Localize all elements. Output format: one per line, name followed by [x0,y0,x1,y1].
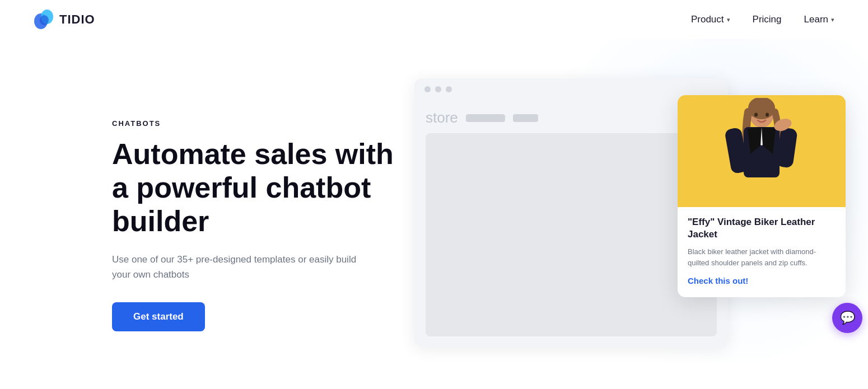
nav-pricing[interactable]: Pricing [753,14,782,25]
store-image-placeholder [426,133,717,336]
chat-card: "Effy" Vintage Biker Leather Jacket Blac… [678,95,846,297]
browser-dot-3 [446,86,452,92]
store-bar-1 [466,114,505,122]
logo[interactable]: TIDIO [34,9,95,30]
store-header-row: store [426,109,717,126]
tidio-logo-icon [34,9,55,30]
nav-menu: Product ▾ Pricing Learn ▾ [691,14,834,25]
store-label: store [426,109,458,126]
hero-content: CHATBOTS Automate sales with a powerful … [112,119,403,331]
svg-point-12 [754,113,758,117]
nav-product[interactable]: Product ▾ [691,14,730,25]
hero-illustration: store [403,62,834,389]
nav-learn[interactable]: Learn ▾ [804,14,834,25]
get-started-button[interactable]: Get started [112,302,205,331]
check-this-out-link[interactable]: Check this out! [688,276,748,285]
navigation: TIDIO Product ▾ Pricing Learn ▾ [0,0,868,39]
browser-dot-1 [424,86,431,92]
logo-text: TIDIO [59,12,95,27]
svg-point-13 [766,113,769,117]
chat-card-body: "Effy" Vintage Biker Leather Jacket Blac… [678,207,846,297]
hero-section: CHATBOTS Automate sales with a powerful … [0,39,868,389]
hero-subtitle: Use one of our 35+ pre-designed template… [112,252,358,282]
product-chevron-icon: ▾ [727,16,730,24]
store-bar-2 [513,114,538,122]
hero-title: Automate sales with a powerful chatbot b… [112,138,403,238]
chat-bubble-button[interactable]: 💬 [832,303,862,333]
section-label: CHATBOTS [112,119,403,128]
chat-bubble-icon: 💬 [840,311,855,325]
product-description: Black biker leather jacket with diamond-… [688,246,836,268]
product-name: "Effy" Vintage Biker Leather Jacket [688,216,836,241]
product-image [678,95,846,207]
browser-dot-2 [435,86,441,92]
model-figure-icon [717,98,806,207]
learn-chevron-icon: ▾ [831,16,834,24]
svg-point-2 [40,15,49,25]
